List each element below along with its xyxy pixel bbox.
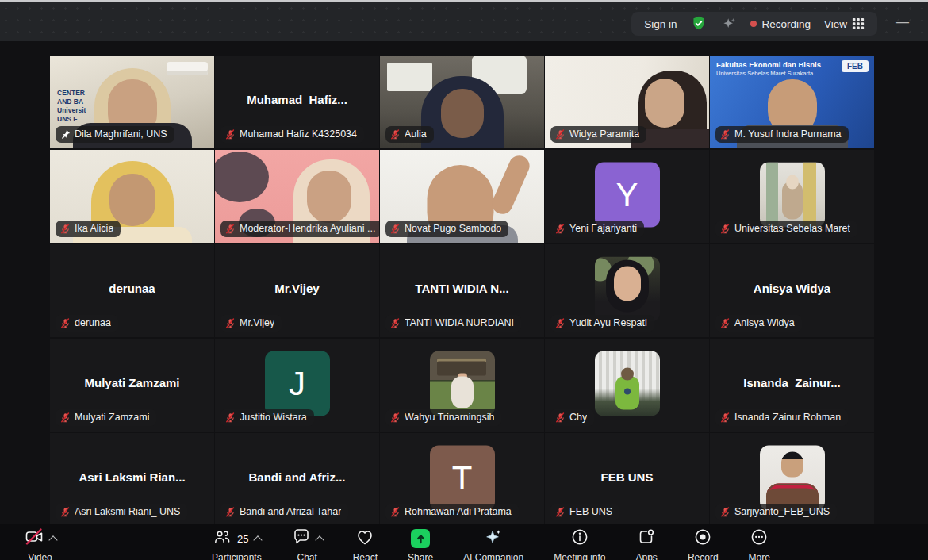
participant-tile[interactable]: Anisya WidyaAnisya Widya	[710, 244, 874, 337]
participant-tile[interactable]: YYeni Fajariyanti	[545, 150, 709, 243]
participants-button[interactable]: 25Participants	[212, 529, 262, 560]
participant-tile[interactable]: Ika Alicia	[50, 150, 214, 243]
muted-mic-icon	[60, 412, 71, 423]
name-label: Dila Maghrifani, UNS	[56, 126, 174, 143]
meeting-info-label: Meeting info	[554, 552, 605, 560]
participants-count-badge: 25	[237, 533, 248, 545]
name-label: Mulyati Zamzami	[56, 409, 156, 426]
react-button[interactable]: React	[353, 529, 378, 560]
chevron-up-icon[interactable]	[315, 535, 324, 544]
name-label-text: Yeni Fajariyanti	[569, 223, 637, 234]
recording-dot-icon	[750, 21, 757, 27]
more-button[interactable]: More	[749, 529, 770, 560]
name-label: Universitas Sebelas Maret	[715, 221, 857, 237]
name-label-text: M. Yusuf Indra Purnama	[734, 128, 842, 140]
name-label-text: Aulia	[405, 128, 427, 140]
name-label-text: Muhamad Hafiz K4325034	[240, 128, 357, 140]
name-label-text: Anisya Widya	[734, 317, 795, 328]
participant-tile[interactable]: Yudit Ayu Respati	[545, 244, 709, 337]
participant-tile[interactable]: Fakultas Ekonomi dan BisnisUniversitas S…	[710, 56, 874, 148]
muted-mic-icon	[225, 318, 236, 328]
muted-mic-icon	[390, 412, 401, 423]
meeting-info-button[interactable]: Meeting info	[554, 529, 605, 560]
participant-tile[interactable]: Mr.VijeyMr.Vijey	[215, 244, 379, 337]
name-label-text: Moderator-Hendrika Ayuliani ...	[240, 223, 375, 234]
name-label: Isnanda Zainur Rohman	[715, 409, 848, 426]
muted-mic-icon	[60, 224, 71, 234]
name-label: Aulia	[385, 126, 434, 143]
person-figure	[489, 152, 532, 217]
name-label: FEB UNS	[550, 504, 619, 520]
name-label: TANTI WIDIA NURDIANI	[385, 315, 521, 332]
name-label-text: Novat Pugo Sambodo	[405, 223, 501, 234]
muted-mic-icon	[720, 224, 731, 234]
name-label: Asri Laksmi Riani_ UNS	[56, 504, 187, 520]
name-label-text: Wahyu Trinarningsih	[405, 412, 494, 423]
record-icon	[693, 527, 712, 550]
participant-tile[interactable]: Bandi and Afriz...Bandi and Afrizal Taha…	[215, 433, 379, 526]
meeting-toolbar: Video25ParticipantsChatReactShareAI Comp…	[0, 524, 928, 560]
muted-mic-icon	[555, 318, 566, 328]
ai-companion-status-icon[interactable]	[721, 16, 737, 32]
security-shield-icon[interactable]	[690, 15, 708, 33]
name-label-text: Asri Laksmi Riani_ UNS	[75, 506, 180, 517]
participant-tile[interactable]: Moderator-Hendrika Ayuliani ...	[215, 150, 379, 243]
name-label-text: TANTI WIDIA NURDIANI	[405, 317, 514, 328]
participant-tile[interactable]: Novat Pugo Sambodo	[380, 150, 544, 243]
name-label: Moderator-Hendrika Ayuliani ...	[220, 221, 379, 237]
muted-mic-icon	[225, 129, 236, 140]
name-label-text: Mulyati Zamzami	[75, 412, 149, 423]
pin-icon	[60, 129, 71, 140]
name-label-text: Justitio Wistara	[240, 412, 307, 423]
participant-tile[interactable]: Asri Laksmi Rian...Asri Laksmi Riani_ UN…	[50, 433, 214, 526]
name-label: Wahyu Trinarningsih	[385, 409, 501, 426]
muted-mic-icon	[720, 318, 731, 328]
participant-tile[interactable]: Widya Paramita	[545, 56, 709, 148]
video-icon	[24, 527, 44, 550]
name-label: Yeni Fajariyanti	[550, 221, 644, 237]
record-label: Record	[688, 552, 719, 560]
share-button[interactable]: Share	[408, 529, 433, 560]
participant-tile[interactable]: CENTERAND BAUniversitUNS FDila Maghrifan…	[50, 56, 214, 148]
window-top-edge	[0, 0, 928, 2]
name-label-text: Ika Alicia	[75, 223, 113, 234]
name-label: Sarjiyanto_FEB_UNS	[715, 504, 837, 520]
participant-tile[interactable]: Wahyu Trinarningsih	[380, 339, 544, 432]
video-button[interactable]: Video	[24, 529, 56, 560]
chevron-up-icon[interactable]	[253, 535, 262, 544]
record-button[interactable]: Record	[688, 529, 719, 560]
apps-button[interactable]: Apps	[636, 529, 658, 560]
minimize-button[interactable]: —	[895, 17, 911, 29]
muted-mic-icon	[390, 129, 401, 140]
chat-icon	[292, 527, 311, 550]
name-label-text: Sarjiyanto_FEB_UNS	[734, 506, 830, 517]
name-label: Chy	[550, 409, 594, 426]
participant-tile[interactable]: TANTI WIDIA N...TANTI WIDIA NURDIANI	[380, 244, 544, 337]
participant-tile[interactable]: TRohmawan Adi Pratama	[380, 433, 544, 526]
more-icon	[750, 527, 769, 550]
participant-tile[interactable]: Isnanda Zainur...Isnanda Zainur Rohman	[710, 339, 874, 432]
participant-tile[interactable]: derunaaderunaa	[50, 244, 214, 337]
name-label: Justitio Wistara	[220, 409, 314, 426]
name-label-text: derunaa	[75, 317, 111, 328]
person-figure	[307, 171, 351, 223]
whiteboard-text: CENTERAND BAUniversitUNS F	[57, 89, 86, 124]
name-label: Anisya Widya	[715, 315, 802, 332]
participant-tile[interactable]: Universitas Sebelas Maret	[710, 150, 874, 243]
participant-tile[interactable]: Aulia	[380, 56, 544, 148]
participants-icon	[213, 527, 232, 550]
participant-tile[interactable]: Chy	[545, 339, 709, 432]
ai-companion-button[interactable]: AI Companion	[463, 529, 523, 560]
muted-mic-icon	[720, 507, 731, 517]
view-button[interactable]: View	[824, 17, 865, 30]
muted-mic-icon	[225, 507, 236, 517]
share-icon	[411, 529, 430, 548]
participant-tile[interactable]: JJustitio Wistara	[215, 339, 379, 432]
chevron-up-icon[interactable]	[48, 535, 57, 544]
participant-tile[interactable]: FEB UNSFEB UNS	[545, 433, 709, 526]
participant-tile[interactable]: Mulyati ZamzamiMulyati Zamzami	[50, 339, 214, 432]
chat-button[interactable]: Chat	[292, 529, 323, 560]
participant-tile[interactable]: Muhamad Hafiz...Muhamad Hafiz K4325034	[215, 56, 379, 148]
participant-tile[interactable]: Sarjiyanto_FEB_UNS	[710, 433, 874, 526]
sign-in-button[interactable]: Sign in	[644, 18, 677, 30]
